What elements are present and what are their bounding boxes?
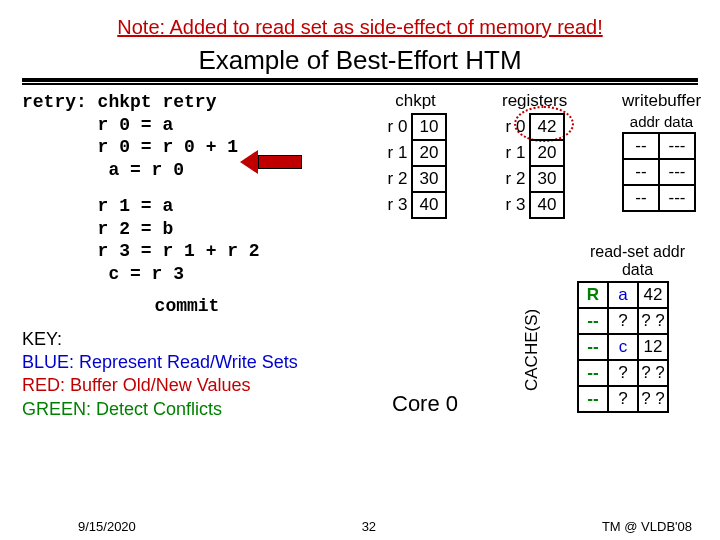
core-label: Core 0 bbox=[392, 391, 458, 417]
chkpt-table: chkpt r 010 r 120 r 230 r 340 bbox=[384, 91, 447, 219]
slide-title: Example of Best-Effort HTM bbox=[22, 45, 698, 76]
chkpt-r0-label: r 0 bbox=[384, 114, 412, 140]
rs-4a: ? bbox=[608, 386, 638, 412]
rs-3d: ? ? bbox=[638, 360, 668, 386]
chkpt-r2-label: r 2 bbox=[384, 166, 412, 192]
reg-r3-val: 40 bbox=[530, 192, 564, 218]
rs-4s: -- bbox=[578, 386, 608, 412]
commit-label: commit bbox=[22, 295, 352, 318]
rs-2d: 12 bbox=[638, 334, 668, 360]
key-green: GREEN: Detect Conflicts bbox=[22, 398, 352, 421]
key-title: KEY: bbox=[22, 328, 352, 351]
wbuf-1b: --- bbox=[659, 159, 695, 185]
rs-2a: c bbox=[608, 334, 638, 360]
chkpt-r2-val: 30 bbox=[412, 166, 446, 192]
rs-0d: 42 bbox=[638, 282, 668, 308]
reg-r2-label: r 2 bbox=[502, 166, 530, 192]
key-blue: BLUE: Represent Read/Write Sets bbox=[22, 351, 352, 374]
chkpt-r1-val: 20 bbox=[412, 140, 446, 166]
footer: 9/15/2020 32 TM @ VLDB'08 bbox=[0, 519, 720, 534]
readset-header: read-set addr data bbox=[577, 243, 698, 279]
footer-date: 9/15/2020 bbox=[78, 519, 136, 534]
chkpt-r3-val: 40 bbox=[412, 192, 446, 218]
divider-thick bbox=[22, 78, 698, 82]
note-text: Note: Added to read set as side-effect o… bbox=[22, 16, 698, 39]
chkpt-header: chkpt bbox=[384, 91, 447, 111]
rs-1s: -- bbox=[578, 308, 608, 334]
wbuf-1a: -- bbox=[623, 159, 659, 185]
writebuffer-subheader: addr data bbox=[622, 113, 701, 130]
reg-r3-label: r 3 bbox=[502, 192, 530, 218]
wbuf-0a: -- bbox=[623, 133, 659, 159]
chkpt-r0-val: 10 bbox=[412, 114, 446, 140]
footer-page: 32 bbox=[362, 519, 376, 534]
reg-r0-val: 42 bbox=[530, 114, 564, 140]
red-arrow-icon bbox=[240, 150, 302, 174]
chkpt-r3-label: r 3 bbox=[384, 192, 412, 218]
rs-3s: -- bbox=[578, 360, 608, 386]
rs-1a: ? bbox=[608, 308, 638, 334]
registers-table: registers r 042 r 120 r 230 r 340 bbox=[502, 91, 567, 219]
cache-label: CACHE(S) bbox=[522, 309, 542, 391]
wbuf-2a: -- bbox=[623, 185, 659, 211]
rs-3a: ? bbox=[608, 360, 638, 386]
rs-0a: a bbox=[608, 282, 638, 308]
chkpt-r1-label: r 1 bbox=[384, 140, 412, 166]
key-legend: KEY: BLUE: Represent Read/Write Sets RED… bbox=[22, 328, 352, 422]
reg-r0-label: r 0 bbox=[502, 114, 530, 140]
wbuf-2b: --- bbox=[659, 185, 695, 211]
writebuffer-header: writebuffer bbox=[622, 91, 701, 111]
divider-thin bbox=[22, 83, 698, 85]
rs-4d: ? ? bbox=[638, 386, 668, 412]
reg-r1-label: r 1 bbox=[502, 140, 530, 166]
rs-1d: ? ? bbox=[638, 308, 668, 334]
footer-venue: TM @ VLDB'08 bbox=[602, 519, 692, 534]
writebuffer-table: writebuffer addr data ----- ----- ----- bbox=[622, 91, 701, 212]
registers-header: registers bbox=[502, 91, 567, 111]
rs-0s: R bbox=[578, 282, 608, 308]
key-red: RED: Buffer Old/New Values bbox=[22, 374, 352, 397]
code-block-2: r 1 = a r 2 = b r 3 = r 1 + r 2 c = r 3 bbox=[22, 195, 352, 285]
rs-2s: -- bbox=[578, 334, 608, 360]
reg-r2-val: 30 bbox=[530, 166, 564, 192]
code-block-1: retry: chkpt retry r 0 = a r 0 = r 0 + 1… bbox=[22, 91, 352, 181]
reg-r1-val: 20 bbox=[530, 140, 564, 166]
readset-table: read-set addr data Ra42 --?? ? --c12 --?… bbox=[577, 243, 698, 413]
diagram-area: chkpt r 010 r 120 r 230 r 340 registers … bbox=[352, 91, 698, 421]
wbuf-0b: --- bbox=[659, 133, 695, 159]
